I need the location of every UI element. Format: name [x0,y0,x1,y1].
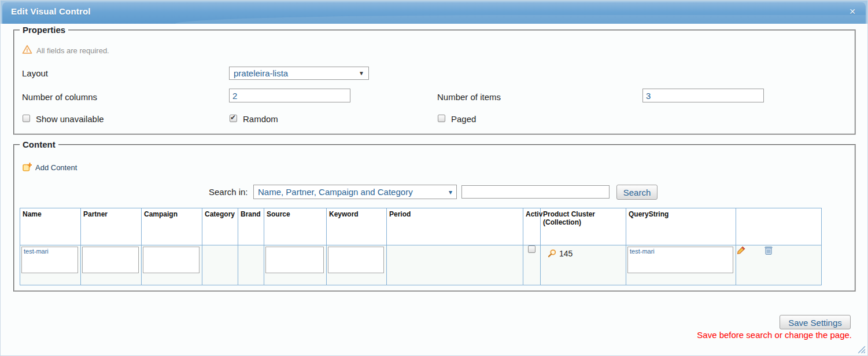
column-header-querystring: QueryString [626,208,736,245]
add-note-icon [23,163,32,172]
required-note: All fields are required. [36,46,109,55]
random-label: Ramdom [243,114,278,124]
column-header-name: Name [20,208,81,245]
show-unavailable-checkbox[interactable] [23,115,30,122]
chevron-down-icon: ▾ [449,188,452,196]
column-header-brand: Brand [238,208,264,245]
dialog-titlebar-surface [2,2,866,24]
add-content-label: Add Content [35,163,77,172]
column-header-period: Period [387,208,523,245]
save-warning-message: Save before search or change the page. [697,330,852,340]
content-table: Name Partner Campaign Category Brand Sou… [20,208,822,285]
row-partner-textarea[interactable] [82,247,139,273]
add-content-button[interactable]: Add Content [23,163,77,172]
table-header-row: Name Partner Campaign Category Brand Sou… [20,208,822,245]
warning-icon: ! [22,45,32,54]
column-header-product-cluster: Product Cluster (Collection) [541,208,626,245]
column-header-campaign: Campaign [142,208,202,245]
search-input[interactable] [461,185,610,199]
columns-input[interactable] [229,89,350,102]
row-querystring-textarea[interactable]: test-mari [627,247,733,273]
dialog-title: Edit Visual Control [11,6,91,16]
layout-select[interactable]: prateleira-lista ▼ [229,67,369,80]
show-unavailable-label: Show unavailable [36,114,104,124]
items-input[interactable] [642,89,764,102]
resize-grip-icon[interactable] [856,344,866,354]
column-header-source: Source [264,208,327,245]
row-keyword-textarea[interactable] [328,247,384,273]
dialog-titlebar: Edit Visual Control ✕ [1,1,867,24]
layout-select-value: prateleira-lista [234,68,288,78]
search-scope-select[interactable]: Name, Partner, Campaign and Category ▾ [253,185,457,199]
product-cluster-value: 145 [559,249,572,258]
column-header-category: Category [202,208,238,245]
row-brand-cell [238,245,264,285]
search-in-label: Search in: [209,187,248,197]
column-header-active: Activ [523,208,541,245]
row-source-textarea[interactable] [265,247,324,273]
row-campaign-textarea[interactable] [143,247,200,273]
checkmark-glyph: ✔ [230,113,236,122]
edit-visual-control-dialog: Edit Visual Control ✕ Properties ! All f… [0,0,868,356]
svg-text:!: ! [27,47,28,53]
magnifier-icon[interactable] [548,249,557,258]
row-name-textarea[interactable]: test-mari [21,247,78,273]
column-header-actions [736,208,822,245]
row-period-cell [387,245,523,285]
paged-label: Paged [451,114,476,124]
search-scope-value: Name, Partner, Campaign and Category [258,187,413,197]
close-icon[interactable]: ✕ [847,6,858,17]
layout-label: Layout [22,68,48,78]
properties-legend: Properties [20,25,68,35]
content-legend: Content [20,140,58,149]
items-label: Number of items [437,92,501,102]
chevron-down-icon: ▼ [359,70,364,76]
row-category-cell [202,245,238,285]
column-header-partner: Partner [81,208,142,245]
properties-section: Properties [13,25,856,135]
table-row: test-mari 145 [20,245,822,285]
delete-icon[interactable] [764,245,773,258]
random-checkbox[interactable]: ✔ [230,115,237,122]
column-header-keyword: Keyword [327,208,387,245]
columns-label: Number of columns [22,92,97,102]
edit-icon[interactable] [736,245,746,258]
save-settings-button[interactable]: Save Settings [780,315,851,329]
search-button[interactable]: Search [616,185,658,200]
paged-checkbox[interactable] [438,115,445,122]
row-active-checkbox[interactable] [528,245,535,253]
